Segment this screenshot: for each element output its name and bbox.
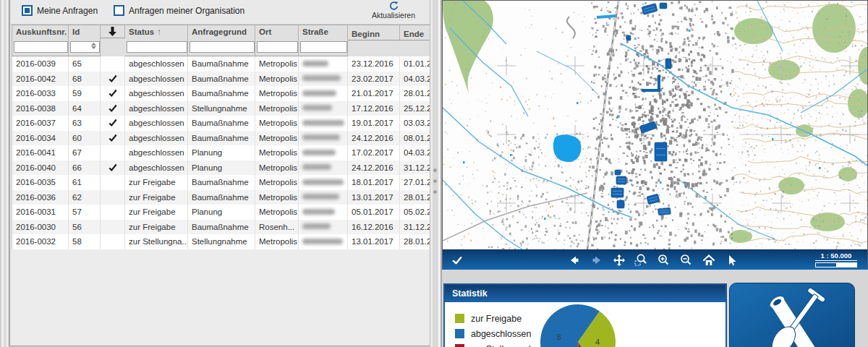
table-row[interactable]: 2016-003561zur FreigabeBaumaßnahmeMetrop… [12, 175, 430, 190]
cell-ende: 25.12.2 [400, 101, 430, 116]
column-header-strasse[interactable]: Straße [299, 25, 348, 40]
statistics-header: Statistik [445, 285, 726, 302]
table-row[interactable]: 2016-003157zur FreigabePlanungMetropolis… [12, 205, 430, 220]
column-header-status[interactable]: Status↑ [125, 25, 188, 40]
forward-arrow-icon[interactable] [590, 253, 603, 267]
cell-ende: 28.01.2 [400, 190, 430, 205]
table-row[interactable]: 2016-003258zur Stellungna...Stellungnahm… [12, 234, 430, 249]
table-row[interactable]: 2016-004066abgeschlossenPlanungMetropoli… [12, 160, 430, 176]
filter-input-auskunftsnr[interactable] [14, 41, 68, 53]
cell-ende: 31.12.2 [400, 160, 430, 176]
legend-item: zur Stellungnahme [455, 341, 546, 347]
redacted-street [302, 209, 335, 215]
cell-beginn: 17.12.2016 [348, 101, 400, 116]
refresh-button[interactable]: Aktualisieren [365, 1, 422, 20]
filter-input-anfragegrund[interactable] [190, 41, 255, 53]
map-request-marker[interactable] [616, 176, 626, 184]
checkbox-my-requests-box[interactable] [22, 5, 33, 16]
confirm-icon[interactable] [450, 253, 464, 267]
map-panel: 1 : 50.000 [442, 0, 868, 270]
cell-ort: Metropolis [255, 190, 299, 205]
cell-beginn: 05.01.2017 [348, 205, 400, 220]
map-request-marker[interactable] [642, 4, 658, 15]
cell-ende: 31.12.2 [400, 220, 430, 235]
cell-strasse [299, 175, 348, 190]
zoom-window-icon[interactable] [634, 253, 648, 267]
id-spinner[interactable] [91, 43, 96, 49]
table-row[interactable]: 2016-003359abgeschlossenBaumaßnahmeMetro… [12, 86, 430, 101]
column-header-ende[interactable]: Ende [400, 25, 430, 40]
arrow-down-icon [108, 26, 117, 37]
checkbox-org-requests-box[interactable] [114, 5, 124, 16]
map-request-marker[interactable] [611, 188, 624, 197]
zoom-in-icon[interactable] [657, 253, 671, 267]
map-request-marker[interactable] [626, 35, 631, 40]
cell-auskunftsnr: 2016-0042 [12, 72, 69, 87]
excavation-shovel-pipe-icon [730, 283, 854, 347]
cell-id: 58 [69, 234, 101, 249]
requests-table: Auskunftsnr. Id Status↑ Anfragegrund Ort… [12, 25, 430, 249]
table-row[interactable]: 2016-003662zur FreigabeBaumaßnahmeMetrop… [12, 190, 430, 205]
cell-anfragegrund: Baumaßnahme [188, 86, 255, 101]
filter-input-ort[interactable] [257, 41, 298, 53]
filter-cell-strasse [299, 40, 348, 56]
cell-id: 66 [69, 160, 101, 176]
statistics-panel: Statistik 418 zur Freigabeabgeschlossenz… [443, 283, 727, 347]
table-row[interactable]: 2016-003965abgeschlossenBaumaßnahmeMetro… [12, 56, 430, 72]
cell-check [101, 116, 125, 131]
cell-ort: Metropolis [255, 145, 299, 160]
left-collapse-strip[interactable] [0, 0, 9, 347]
cell-check [101, 131, 125, 146]
column-header-ort[interactable]: Ort [255, 25, 299, 40]
zoom-out-icon[interactable] [679, 253, 693, 267]
map-request-marker[interactable] [639, 121, 657, 134]
cell-auskunftsnr: 2016-0036 [12, 190, 69, 205]
pointer-icon[interactable] [724, 253, 738, 267]
cell-id: 59 [69, 86, 101, 101]
cell-auskunftsnr: 2016-0031 [12, 205, 69, 220]
home-icon[interactable] [702, 253, 715, 267]
column-header-id[interactable]: Id [69, 25, 101, 40]
redacted-street [302, 75, 341, 81]
table-row[interactable]: 2016-003056zur FreigabeBaumaßnahmeRosenh… [12, 220, 430, 235]
table-row[interactable]: 2016-003864abgeschlossenStellungnahmeMet… [12, 101, 430, 116]
filter-input-strasse[interactable] [300, 41, 347, 53]
checkbox-my-requests-label: Meine Anfragen [37, 6, 98, 16]
map-scale-label: 1 : 50.000 [815, 252, 857, 261]
column-header-auskunftsnr[interactable]: Auskunftsnr. [12, 25, 69, 40]
filter-input-status[interactable] [127, 41, 187, 53]
back-arrow-icon[interactable] [567, 253, 581, 267]
pan-icon[interactable] [612, 253, 626, 267]
map-request-marker[interactable] [665, 59, 671, 69]
map-request-marker[interactable] [615, 170, 621, 175]
panel-splitter[interactable] [430, 0, 442, 347]
cell-auskunftsnr: 2016-0040 [12, 160, 69, 176]
cell-ende: 03.03.2 [400, 116, 430, 131]
redacted-street [302, 150, 336, 155]
legend-swatch [455, 329, 464, 338]
checkbox-org-requests[interactable]: Anfragen meiner Organisation [114, 5, 244, 16]
map-request-marker[interactable] [647, 194, 660, 205]
map-request-marker[interactable] [655, 142, 667, 161]
legend-item: zur Freigabe [455, 311, 546, 326]
cell-ende: 05.02.2 [400, 205, 430, 220]
column-header-anfragegrund[interactable]: Anfragegrund [188, 25, 255, 40]
cell-ort: Metropolis [255, 56, 299, 72]
map-canvas[interactable] [443, 1, 867, 249]
column-header-beginn[interactable]: Beginn [348, 25, 400, 40]
filter-cell-ort [255, 40, 299, 56]
table-row[interactable]: 2016-003460abgeschlossenBaumaßnahmeMetro… [12, 131, 430, 146]
new-request-tile[interactable] [729, 283, 855, 347]
map-request-marker[interactable] [658, 207, 671, 215]
map-request-marker[interactable] [660, 3, 667, 9]
table-row[interactable]: 2016-004167abgeschlossenPlanungMetropoli… [12, 145, 430, 160]
table-row[interactable]: 2016-004268abgeschlossenBaumaßnahmeMetro… [12, 72, 430, 87]
redacted-street [302, 223, 331, 229]
checkbox-my-requests[interactable]: Meine Anfragen [22, 5, 98, 16]
table-row[interactable]: 2016-003763abgeschlossenBaumaßnahmeMetro… [12, 116, 430, 131]
cell-status: abgeschlossen [125, 116, 188, 131]
row-check-icon [109, 104, 117, 113]
map-request-marker[interactable] [617, 200, 624, 208]
column-header-check[interactable] [101, 25, 125, 38]
cell-status: zur Freigabe [125, 205, 188, 220]
